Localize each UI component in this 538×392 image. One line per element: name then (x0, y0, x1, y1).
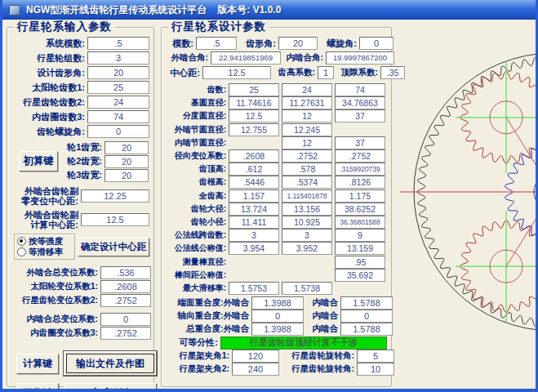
input-param-field[interactable]: 25 (87, 81, 149, 94)
gear-table-cell[interactable]: .2752 (282, 149, 332, 163)
gear-table-cell[interactable]: .612 (229, 163, 279, 176)
overlap-ext-field[interactable]: 0 (251, 310, 304, 323)
gear-table-cell[interactable]: 13.159 (335, 242, 385, 255)
calculate-button[interactable]: 计算键 (16, 354, 59, 374)
gear-table-cell[interactable]: 34.76863 (335, 96, 385, 109)
design-row-2: 外啮合角: 22.9419851969 内啮合角: 19.9997867200 (166, 51, 387, 65)
gear-table-cell[interactable]: .95 (335, 256, 385, 269)
gear-table-cell[interactable]: 1.157 (229, 189, 279, 203)
input-param-label: 齿轮螺旋角: (11, 126, 87, 138)
coefficient-field[interactable]: .2608 (100, 280, 151, 293)
coefficient-field[interactable]: 0 (100, 313, 151, 326)
gear-table-cell[interactable]: 3 (282, 229, 332, 242)
addendum-coeff-field[interactable]: 1 (318, 66, 334, 79)
planet-rotation-field[interactable]: 10 (357, 363, 394, 376)
input-param-field[interactable]: 0 (87, 125, 149, 138)
helix-angle-field[interactable]: 0 (359, 37, 393, 50)
calc-center-distance-field[interactable]: 12.5 (81, 213, 149, 226)
face-width-row: 轮1齿宽:20 (60, 140, 149, 154)
gear-table-cell[interactable]: 74 (335, 83, 385, 96)
title-bar[interactable]: NGW型渐开线齿轮行星传动系统设计平台 版本号: V1.0.0 (2, 0, 536, 20)
center-distance-field[interactable]: 12.5 (202, 66, 271, 79)
module-field[interactable]: .5 (196, 37, 237, 50)
divisibility-status-badge: 行星齿轮齿顶经计算不干涉 (220, 336, 387, 350)
gear-table-cell[interactable]: 24 (282, 83, 332, 96)
input-param-field[interactable]: 20 (87, 66, 149, 79)
face-width-field[interactable]: 20 (104, 155, 149, 168)
gear-table-cell[interactable]: 12.755 (229, 123, 279, 136)
gear-table-cell[interactable]: 11.74616 (229, 96, 279, 109)
coefficient-field[interactable]: .536 (100, 266, 151, 279)
overlap-row: 轴向重合度:外啮合0内啮合0 (166, 310, 387, 323)
int-mesh-angle-field[interactable]: 19.9997867200 (326, 51, 394, 65)
overlap-int-field[interactable]: 0 (340, 310, 393, 323)
gear-table-cell[interactable]: 3 (229, 229, 279, 242)
radio-equal-strength-label: 按等强度 (29, 236, 63, 247)
gear-table-cell[interactable]: 38.6252 (335, 203, 385, 216)
confirm-center-distance-button[interactable]: 确定设计中心距 (78, 238, 149, 256)
coefficient-field[interactable]: .2752 (100, 294, 151, 307)
gear-table-row: 径向变位系数:.2608.2752.2752 (166, 149, 387, 163)
carrier-angle-field[interactable]: 240 (232, 363, 279, 376)
width-rows: 轮1齿宽:20轮2齿宽:20轮3齿宽:20 (60, 140, 149, 182)
gear-table-row-label: 公法线公称值: (166, 243, 229, 254)
gear-table-cell[interactable]: 12 (282, 109, 332, 122)
gear-table-cell[interactable]: 13.156 (282, 203, 332, 216)
overlap-ext-field[interactable]: 1.3988 (251, 296, 304, 310)
gear-table-cell[interactable]: 3.954 (229, 242, 279, 255)
gear-table-cell[interactable]: 35.692 (335, 269, 385, 282)
gear-table-cell[interactable]: 12.245 (282, 123, 332, 136)
init-block: 初算键 轮1齿宽:20轮2齿宽:20轮3齿宽:20 (11, 140, 149, 182)
gear-table-cell[interactable]: 12 (282, 136, 332, 149)
gear-table-cell[interactable]: 12.5 (229, 109, 279, 122)
carrier-angle-field[interactable]: 120 (232, 350, 279, 363)
gear-table-cell[interactable]: .578 (282, 163, 332, 176)
input-param-field[interactable]: 24 (87, 96, 149, 109)
coefficient-field[interactable]: .2752 (100, 327, 151, 340)
gear-table-cell[interactable]: 10.925 (282, 216, 332, 229)
gear-table-cell[interactable]: 37 (335, 109, 385, 122)
finish-design-button[interactable]: 完成设计 (64, 383, 157, 392)
input-param-field[interactable]: 74 (87, 110, 149, 123)
input-param-field[interactable]: 3 (87, 51, 149, 65)
gear-table-row: 测量棒直径:.95 (166, 255, 387, 268)
gear-table-cell[interactable]: .2608 (229, 149, 279, 163)
radio-equal-strength[interactable]: 按等强度 (17, 236, 72, 247)
gear-table-cell[interactable]: 9 (335, 229, 385, 242)
pressure-angle-field[interactable]: 20 (278, 37, 318, 50)
gear-table-cell[interactable]: .2752 (335, 149, 385, 163)
input-param-row: 齿轮螺旋角:0 (11, 124, 149, 139)
face-width-row: 轮3齿宽:20 (60, 168, 149, 182)
overlap-int-field[interactable]: 1.5788 (340, 296, 393, 310)
radio-equal-slip[interactable]: 等滑移率 (17, 247, 72, 257)
gear-table-cell[interactable]: 1.175 (335, 189, 385, 203)
gear-table-cell[interactable]: .5374 (282, 176, 332, 189)
gear-table-cell[interactable]: 13.724 (229, 203, 279, 216)
planet-rotation-field[interactable]: 5 (357, 350, 394, 363)
face-width-field[interactable]: 20 (104, 169, 149, 182)
gear-table-cell[interactable]: 11.27631 (282, 96, 332, 109)
gear-table-cell[interactable]: 37 (335, 136, 385, 149)
gear-table-cell[interactable]: .5446 (229, 176, 279, 189)
zero-center-distance-field[interactable]: 12.25 (81, 189, 149, 203)
gear-match-button[interactable]: 配齿键 (16, 383, 59, 392)
int-mesh-angle-label: 内啮合角: (281, 52, 326, 64)
gear-table-cell[interactable]: 11.411 (229, 216, 279, 229)
gear-table-cell[interactable]: 1.115401878 (282, 189, 332, 203)
gear-table-cell[interactable]: 36.36801588 (335, 216, 385, 229)
overlap-int-field[interactable]: 1.5788 (340, 323, 393, 336)
gear-table-cell[interactable]: .3159920739 (335, 163, 385, 176)
gear-table-cell[interactable]: 25 (229, 83, 279, 96)
gear-table-cell[interactable]: .8126 (335, 176, 385, 189)
gear-table-cell[interactable]: 1.5753 (229, 282, 279, 295)
ext-mesh-angle-field[interactable]: 22.9419851969 (211, 51, 281, 65)
gear-table-cell[interactable]: 1.5738 (282, 282, 332, 295)
gear-table-cell[interactable]: 3.952 (282, 242, 332, 255)
input-param-field[interactable]: .5 (87, 37, 149, 50)
calc-center-distance-row: 外啮合齿轮副 计算中心距: 12.5 (11, 210, 149, 229)
face-width-label: 轮2齿宽: (60, 155, 104, 167)
output-file-plot-button[interactable]: 输出文件及作图 (64, 351, 157, 376)
init-calc-button[interactable]: 初算键 (19, 151, 58, 172)
overlap-ext-field[interactable]: 1.3988 (251, 323, 304, 336)
face-width-field[interactable]: 20 (104, 141, 149, 154)
